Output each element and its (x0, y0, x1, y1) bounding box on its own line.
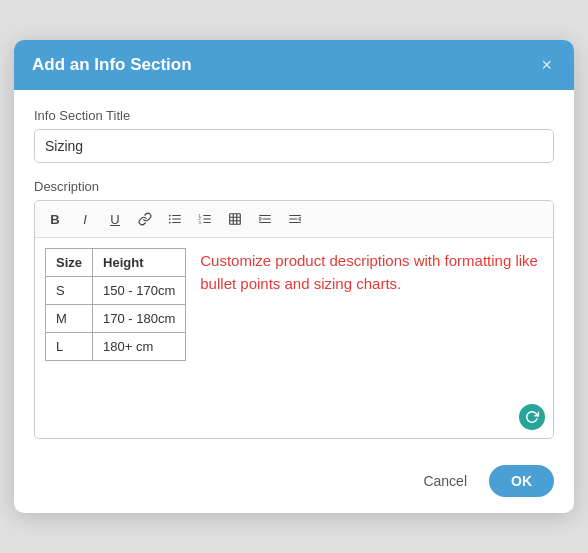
close-button[interactable]: × (537, 54, 556, 76)
modal-footer: Cancel OK (14, 455, 574, 513)
editor-content-area[interactable]: Size Height S 150 - 170cm M 170 - 180cm (35, 238, 553, 438)
table-cell-height: 150 - 170cm (93, 277, 186, 305)
modal-title: Add an Info Section (32, 55, 192, 75)
editor-toolbar: B I U (35, 201, 553, 238)
svg-text:3.: 3. (199, 220, 202, 225)
svg-point-3 (169, 215, 171, 217)
svg-point-5 (169, 222, 171, 224)
description-label: Description (34, 179, 554, 194)
table-row: S 150 - 170cm (46, 277, 186, 305)
link-button[interactable] (131, 205, 159, 233)
svg-point-4 (169, 218, 171, 220)
table-cell-size: M (46, 305, 93, 333)
table-cell-height: 170 - 180cm (93, 305, 186, 333)
modal-header: Add an Info Section × (14, 40, 574, 90)
editor-hint-text: Customize product descriptions with form… (200, 248, 543, 428)
svg-rect-12 (230, 214, 241, 225)
table-cell-height: 180+ cm (93, 333, 186, 361)
table-header-height: Height (93, 249, 186, 277)
bold-button[interactable]: B (41, 205, 69, 233)
description-editor: B I U (34, 200, 554, 439)
ordered-list-button[interactable]: 1. 2. 3. (191, 205, 219, 233)
table-cell-size: L (46, 333, 93, 361)
table-row: M 170 - 180cm (46, 305, 186, 333)
modal-body: Info Section Title Description B I U (14, 90, 574, 455)
ok-button[interactable]: OK (489, 465, 554, 497)
bullet-list-button[interactable] (161, 205, 189, 233)
align-left-button[interactable] (281, 205, 309, 233)
cancel-button[interactable]: Cancel (413, 467, 477, 495)
modal-dialog: Add an Info Section × Info Section Title… (14, 40, 574, 513)
table-row: L 180+ cm (46, 333, 186, 361)
italic-button[interactable]: I (71, 205, 99, 233)
title-input[interactable] (34, 129, 554, 163)
sizing-table: Size Height S 150 - 170cm M 170 - 180cm (45, 248, 186, 361)
refresh-icon[interactable] (519, 404, 545, 430)
title-field-label: Info Section Title (34, 108, 554, 123)
table-button[interactable] (221, 205, 249, 233)
table-cell-size: S (46, 277, 93, 305)
underline-button[interactable]: U (101, 205, 129, 233)
table-header-size: Size (46, 249, 93, 277)
align-right-button[interactable] (251, 205, 279, 233)
